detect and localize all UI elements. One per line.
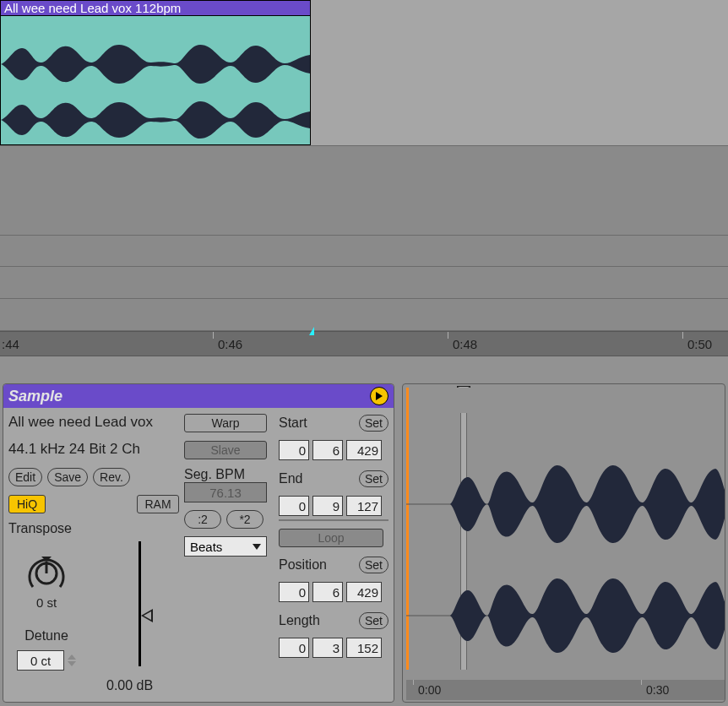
end-label: End (279, 471, 302, 486)
sample-markers-column: Start Set 0 6 429 End Set 0 9 127 (279, 413, 388, 697)
clip-waveform-channel-1 (1, 40, 312, 89)
ruler-label: 0:30 (646, 683, 669, 697)
length-beats[interactable]: 3 (312, 638, 343, 658)
end-bars[interactable]: 0 (279, 496, 309, 516)
ruler-label: 0:00 (418, 683, 441, 697)
reverse-button[interactable]: Rev. (93, 468, 130, 486)
length-bars[interactable]: 0 (279, 638, 309, 658)
start-set-button[interactable]: Set (359, 415, 388, 432)
position-bars[interactable]: 0 (279, 582, 309, 602)
start-beats[interactable]: 6 (312, 440, 343, 460)
detune-stepper-icon[interactable] (68, 654, 76, 666)
clip-title: All wee need Lead vox 112bpm (4, 1, 181, 15)
divider (279, 519, 388, 521)
gain-slider-handle[interactable] (141, 609, 153, 622)
save-button[interactable]: Save (47, 468, 88, 486)
sample-preview-play-button[interactable] (370, 387, 388, 405)
sample-name: All wee need Lead vox (8, 413, 179, 432)
ruler-tick (213, 332, 214, 339)
gain-readout: 0.00 dB (106, 678, 153, 693)
transpose-value: 0 st (36, 595, 57, 610)
detune-label: Detune (24, 628, 68, 644)
position-ticks[interactable]: 429 (346, 582, 382, 602)
warp-mode-select[interactable]: Beats (184, 536, 267, 557)
ruler-tick (413, 680, 414, 685)
slave-toggle[interactable]: Slave (184, 441, 267, 459)
bpm-half-button[interactable]: :2 (184, 510, 221, 529)
sample-panel: Sample All wee need Lead vox 44.1 kHz 24… (3, 383, 394, 703)
start-bars[interactable]: 0 (279, 440, 309, 460)
arrangement-track-3[interactable] (0, 235, 728, 267)
sample-panel-header: Sample (3, 384, 394, 408)
ruler-tick (448, 332, 448, 339)
sample-waveform-channel-2 (406, 573, 725, 658)
hiq-toggle[interactable]: HiQ (8, 495, 46, 513)
ruler-tick (682, 332, 683, 339)
sample-info-column: All wee need Lead vox 44.1 kHz 24 Bit 2 … (8, 413, 179, 697)
loop-toggle[interactable]: Loop (279, 529, 383, 547)
arrangement-track-1[interactable]: All wee need Lead vox 112bpm (0, 0, 728, 145)
audio-clip[interactable]: All wee need Lead vox 112bpm (0, 0, 311, 145)
arrangement-track-4[interactable] (0, 267, 728, 299)
start-ticks[interactable]: 429 (346, 440, 382, 460)
ruler-label: 0:48 (453, 337, 477, 351)
arrangement-time-ruler[interactable]: :44 0:46 0:48 0:50 (0, 331, 728, 356)
position-beats[interactable]: 6 (312, 582, 343, 602)
warp-column: Warp Slave Seg. BPM 76.13 :2 *2 Beats (184, 413, 272, 697)
end-beats[interactable]: 9 (312, 496, 343, 516)
ruler-label: :44 (2, 337, 19, 351)
bpm-double-button[interactable]: *2 (226, 510, 263, 529)
sample-time-ruler[interactable]: 0:00 0:30 (406, 680, 725, 700)
edit-button[interactable]: Edit (8, 468, 42, 486)
segment-bpm-label: Seg. BPM (184, 467, 272, 482)
ruler-tick (641, 680, 642, 685)
length-set-button[interactable]: Set (359, 612, 388, 629)
sample-waveform-display[interactable] (406, 388, 725, 670)
playhead-icon (309, 327, 314, 335)
transpose-knob[interactable] (28, 555, 65, 592)
arrangement-track-2[interactable] (0, 145, 728, 235)
segment-bpm-input[interactable]: 76.13 (184, 482, 267, 502)
sample-waveform-channel-1 (406, 462, 725, 546)
arrangement-track-5[interactable] (0, 299, 728, 331)
ruler-label: 0:46 (218, 337, 242, 351)
clip-waveform-channel-2 (1, 95, 312, 144)
position-label: Position (279, 557, 327, 573)
ruler-label: 0:50 (687, 337, 712, 351)
transpose-label: Transpose (8, 521, 179, 536)
start-label: Start (279, 415, 307, 431)
end-set-button[interactable]: Set (359, 470, 388, 487)
sample-properties: 44.1 kHz 24 Bit 2 Ch (8, 440, 179, 459)
length-ticks[interactable]: 152 (346, 638, 382, 658)
arrangement-view: All wee need Lead vox 112bpm (0, 0, 728, 331)
sample-waveform-panel: 0:00 0:30 (402, 383, 725, 703)
warp-mode-value: Beats (190, 540, 222, 554)
ram-toggle[interactable]: RAM (137, 495, 179, 513)
sample-panel-title: Sample (8, 388, 62, 405)
gain-slider-track[interactable] (139, 541, 141, 666)
warp-toggle[interactable]: Warp (184, 414, 267, 432)
transpose-knob-area: 0 st Detune 0 ct (17, 551, 76, 671)
end-ticks[interactable]: 127 (346, 496, 382, 516)
detune-input[interactable]: 0 ct (17, 650, 64, 671)
clip-title-bar[interactable]: All wee need Lead vox 112bpm (1, 1, 310, 16)
length-label: Length (279, 613, 320, 628)
position-set-button[interactable]: Set (359, 557, 388, 573)
play-icon (375, 392, 383, 400)
clip-detail-view: Sample All wee need Lead vox 44.1 kHz 24… (0, 382, 728, 706)
divider-strip[interactable] (0, 356, 728, 382)
chevron-down-icon (253, 544, 261, 550)
